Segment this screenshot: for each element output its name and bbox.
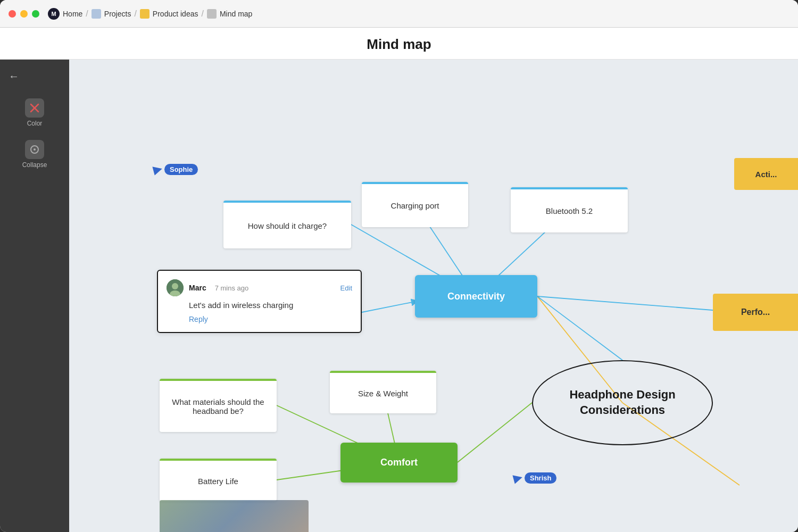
canvas[interactable]: How should it charge? Charging port Blue…	[69, 60, 798, 532]
svg-line-15	[537, 296, 622, 360]
breadcrumb-sep-2: /	[134, 9, 136, 19]
collapse-label: Collapse	[22, 161, 47, 169]
cursor-sophie: ▶ Sophie	[153, 163, 198, 175]
svg-point-3	[34, 148, 36, 151]
color-label: Color	[27, 120, 43, 127]
node-materials[interactable]: What materials should the headband be?	[160, 379, 277, 432]
comment-header: Marc 7 mins ago Edit	[167, 279, 352, 296]
svg-line-12	[458, 403, 532, 462]
app-window: M Home / Projects / Product ideas / Mind…	[0, 0, 798, 532]
node-battery[interactable]: Battery Life	[160, 459, 277, 501]
reply-button[interactable]: Reply	[167, 315, 352, 323]
comment-timestamp: 7 mins ago	[215, 284, 249, 292]
main-area: ← Color Collapse	[0, 60, 798, 532]
traffic-lights	[9, 10, 39, 18]
edit-comment-button[interactable]: Edit	[340, 284, 352, 292]
node-performance[interactable]: Perfo...	[713, 294, 798, 331]
app-logo: M	[48, 8, 60, 20]
collapse-icon	[25, 140, 44, 159]
breadcrumb-sep-3: /	[201, 9, 203, 19]
page-title: Mind map	[0, 36, 798, 53]
node-charging-port[interactable]: Charging port	[362, 182, 468, 227]
comment-username: Marc	[189, 284, 206, 292]
breadcrumb-sep-1: /	[86, 9, 88, 19]
cursor-shrish: ▶ Shrish	[513, 472, 556, 484]
node-connectivity[interactable]: Connectivity	[415, 275, 537, 318]
comment-user: Marc 7 mins ago	[167, 279, 248, 296]
node-comfort[interactable]: Comfort	[340, 443, 458, 483]
close-button[interactable]	[9, 10, 16, 18]
node-bluetooth[interactable]: Bluetooth 5.2	[511, 187, 628, 232]
breadcrumb-product-ideas[interactable]: Product ideas	[153, 10, 198, 18]
page-header: Mind map	[0, 28, 798, 60]
node-activity[interactable]: Acti...	[734, 158, 798, 190]
titlebar: M Home / Projects / Product ideas / Mind…	[0, 0, 798, 28]
shrish-cursor-label: Shrish	[525, 472, 556, 484]
mindmap-icon	[207, 9, 217, 19]
breadcrumb-mindmap: Mind map	[220, 10, 252, 18]
svg-line-8	[537, 296, 739, 312]
comment-avatar	[167, 279, 184, 296]
sidebar-item-color[interactable]: Color	[11, 93, 59, 132]
comment-box: Marc 7 mins ago Edit Let's add in wirele…	[157, 270, 362, 333]
bottom-image	[160, 500, 309, 532]
node-size-weight[interactable]: Size & Weight	[330, 371, 436, 413]
svg-point-17	[172, 283, 178, 289]
projects-icon	[92, 9, 101, 19]
product-ideas-icon	[140, 9, 149, 19]
sidebar: ← Color Collapse	[0, 60, 69, 532]
breadcrumb-projects[interactable]: Projects	[104, 10, 131, 18]
node-how-charge[interactable]: How should it charge?	[223, 201, 351, 248]
shrish-cursor-arrow: ▶	[512, 471, 523, 485]
back-button[interactable]: ←	[0, 66, 69, 87]
minimize-button[interactable]	[20, 10, 28, 18]
comment-text: Let's add in wireless charging	[167, 301, 352, 310]
breadcrumb: M Home / Projects / Product ideas / Mind…	[48, 8, 252, 20]
color-icon	[25, 98, 44, 118]
node-headphone-design[interactable]: Headphone Design Considerations	[532, 360, 713, 445]
sophie-cursor-arrow: ▶	[152, 162, 163, 176]
breadcrumb-home[interactable]: Home	[63, 10, 82, 18]
svg-line-7	[362, 302, 415, 312]
maximize-button[interactable]	[32, 10, 39, 18]
sophie-cursor-label: Sophie	[164, 164, 198, 175]
sidebar-item-collapse[interactable]: Collapse	[11, 135, 59, 174]
